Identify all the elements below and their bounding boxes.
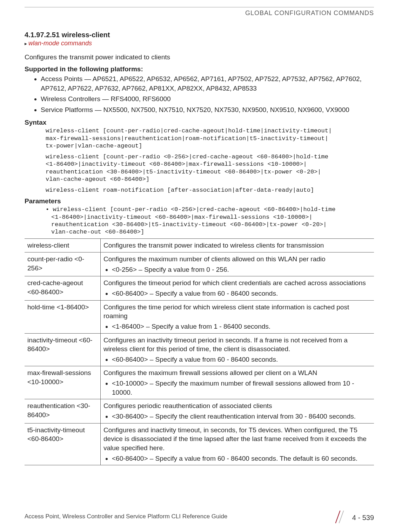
param-desc: Configures the time period for which wir… (101, 300, 374, 333)
table-row: t5-inactivity-timeout <60-86400> Configu… (25, 423, 374, 465)
table-row: hold-time <1-86400> Configures the time … (25, 300, 374, 333)
param-key: cred-cache-ageout <60-86400> (25, 276, 101, 300)
param-desc: Configures the timeout period for which … (101, 276, 374, 300)
param-key: wireless-client (25, 239, 101, 252)
param-key: inactivity-timeout <60-86400> (25, 333, 101, 366)
footer-title: Access Point, Wireless Controller and Se… (25, 513, 227, 520)
param-key: reauthentication <30-86400> (25, 399, 101, 423)
table-row: count-per-radio <0-256> Configures the m… (25, 252, 374, 276)
table-row: inactivity-timeout <60-86400> Configures… (25, 333, 374, 366)
param-desc: Configures the maximum firewall sessions… (101, 366, 374, 399)
list-item: Service Platforms — NX5500, NX7500, NX75… (41, 105, 374, 115)
param-key: max-firewall-sessions <10-10000> (25, 366, 101, 399)
wlan-mode-link[interactable]: wlan-mode commands (25, 40, 374, 47)
param-key: count-per-radio <0-256> (25, 252, 101, 276)
parameters-heading: Parameters (25, 197, 374, 205)
param-desc: Configures the maximum number of clients… (101, 252, 374, 276)
platforms-list: Access Points — AP6521, AP6522, AP6532, … (25, 74, 374, 114)
section-title: 4.1.97.2.51 wireless-client (25, 31, 374, 39)
param-desc: Configures periodic reauthentication of … (101, 399, 374, 423)
syntax-block: wireless-client [count-per-radio|cred-ca… (46, 127, 374, 150)
table-row: max-firewall-sessions <10-10000> Configu… (25, 366, 374, 399)
header-rule (25, 7, 374, 7)
list-item: Wireless Controllers — RFS4000, RFS6000 (41, 94, 374, 104)
param-desc: Configures the transmit power indicated … (101, 239, 374, 252)
supported-heading: Supported in the following platforms: (25, 65, 374, 73)
intro-text: Configures the transmit power indicated … (25, 53, 374, 61)
footer: Access Point, Wireless Controller and Se… (25, 513, 374, 524)
param-cmd-block: • wireless-client [count-per-radio <0-25… (51, 206, 374, 236)
param-key: t5-inactivity-timeout <60-86400> (25, 423, 101, 465)
table-row: wireless-client Configures the transmit … (25, 239, 374, 252)
footer-page: 4 - 539 (333, 513, 374, 524)
param-desc: Configures and inactivity timeout, in se… (101, 423, 374, 465)
table-row: reauthentication <30-86400> Configures p… (25, 399, 374, 423)
parameters-table: wireless-client Configures the transmit … (25, 238, 374, 465)
param-key: hold-time <1-86400> (25, 300, 101, 333)
syntax-heading: Syntax (25, 119, 374, 126)
header-right: GLOBAL CONFIGURATION COMMANDS (25, 9, 374, 31)
param-desc: Configures an inactivity timeout period … (101, 333, 374, 366)
list-item: Access Points — AP6521, AP6522, AP6532, … (41, 74, 374, 93)
slash-icon (333, 513, 348, 524)
syntax-block: wireless-client roam-notification [after… (46, 186, 374, 194)
table-row: cred-cache-ageout <60-86400> Configures … (25, 276, 374, 300)
syntax-block: wireless-client [count-per-radio <0-256>… (46, 153, 374, 183)
